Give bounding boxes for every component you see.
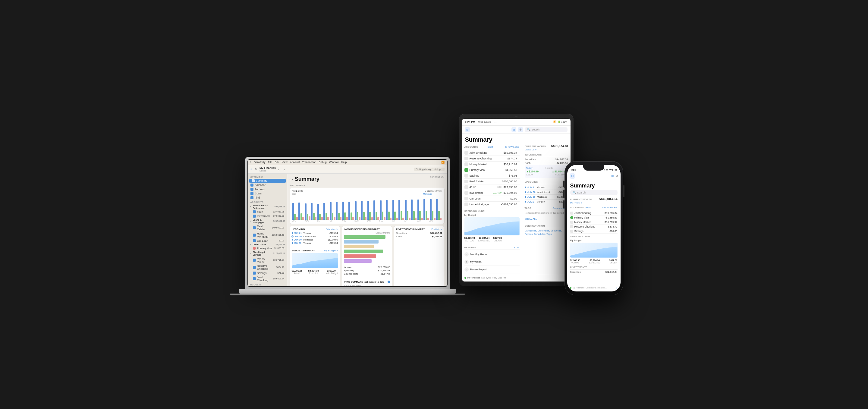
- config-link[interactable]: Categories, Currencies, Securities, Paye…: [525, 229, 562, 235]
- upcoming-name-4: Verizon: [304, 242, 328, 245]
- iphone-accounts-edit[interactable]: EDIT: [586, 206, 591, 209]
- iphone-acc-joint[interactable]: Joint Checking $89,805.34: [570, 211, 618, 216]
- menu-edit[interactable]: Edit: [275, 161, 279, 164]
- sidebar-item-goals[interactable]: Goals: [248, 191, 287, 196]
- 401k-value: $27,958.85: [273, 210, 284, 213]
- sidebar-item-realestate[interactable]: Real Estate $400,000.00: [248, 224, 287, 231]
- menu-banktivity[interactable]: Banktivity: [254, 161, 266, 164]
- ipad-acc-401k[interactable]: 401K 0.00 $27,958.85 ›: [464, 185, 520, 190]
- menu-view[interactable]: View: [282, 161, 287, 164]
- battery-icon-iphone: ■: [615, 168, 617, 171]
- sidebar-item-investment[interactable]: Investment $70,629.33: [248, 214, 287, 218]
- iba-under: $397.39 UNDER: [609, 259, 617, 264]
- sidebar: Overview Summary Calendar: [248, 174, 287, 286]
- ipad-spending-month: JUNE: [478, 210, 484, 213]
- car-loan-icon: [253, 239, 256, 242]
- iphone-acc-visa[interactable]: Primary Visa -$1,855.59: [570, 216, 618, 220]
- ipad-settings-button[interactable]: ⚙: [518, 127, 523, 132]
- iphone-details-link[interactable]: DETAILS ∨: [570, 201, 618, 204]
- ipad-status-icons: 📶 🔋 100%: [553, 121, 567, 123]
- income-label: Income: [344, 266, 352, 269]
- ipad-accounts-title: ACCOUNTS: [464, 146, 478, 148]
- nav-back[interactable]: ‹: [278, 167, 279, 172]
- ipad-app-icon[interactable]: ⊟: [465, 127, 470, 132]
- sidebar-item-car-loan[interactable]: Car Loan $0.00: [248, 239, 287, 243]
- iphone-search-bar[interactable]: 🔍 Search: [570, 190, 618, 195]
- ipad-acc-home-mortgage[interactable]: Home Mortgage -$162,695.68 ›: [464, 202, 520, 207]
- portfolio-link[interactable]: Portfolio >: [431, 228, 442, 230]
- invest-sec-label: Securities: [525, 158, 536, 161]
- sidebar-item-savings[interactable]: Savings $76.03: [248, 271, 287, 275]
- group-loans[interactable]: ▼ Loans & Mortgages $237,304.32: [248, 218, 287, 224]
- calendar-icon: [250, 184, 253, 187]
- iphone-acc-money-market[interactable]: Money Market $36,715.97: [570, 220, 618, 224]
- iphone-settings-button[interactable]: ⚙: [615, 174, 618, 178]
- sidebar-item-home-mortgage[interactable]: Home Mortgage -$162,695.68: [248, 231, 287, 239]
- menu-account[interactable]: Account: [290, 161, 300, 164]
- iphone-reserve-icon: [570, 225, 573, 228]
- ipad-report-payee[interactable]: ○ Payee Report ›: [464, 266, 520, 273]
- ipad-acc-savings[interactable]: Savings $76.03 ›: [464, 173, 520, 179]
- menu-help[interactable]: Help: [341, 161, 347, 164]
- iphone-details-chevron: ∨: [581, 201, 582, 204]
- sidebar-item-portfolio[interactable]: Portfolio: [248, 187, 287, 191]
- upcoming-dot-1: [291, 232, 293, 234]
- ipad-acc-primary-visa[interactable]: Primary Visa -$1,855.59 ›: [464, 167, 520, 173]
- ipad-search-bar[interactable]: 🔍 Search: [525, 127, 567, 132]
- ipad-sync-time: Last sync: Today, 2:16 PM: [481, 277, 506, 279]
- invest-cash-value: $4,095.56: [432, 235, 442, 238]
- menu-debug[interactable]: Debug: [318, 161, 327, 164]
- ipad-tags-show-all[interactable]: SHOW ALL: [525, 218, 537, 220]
- chevron-right-icon-3: ›: [519, 163, 520, 165]
- ipad-details-link[interactable]: DETAILS ∨: [525, 148, 568, 151]
- iphone-add-button[interactable]: ⊞: [611, 174, 614, 178]
- sidebar-item-money-market[interactable]: Money Market $36,715.97: [248, 256, 287, 264]
- ipad-acc-money-market[interactable]: Money Market $36,715.97 ›: [464, 162, 520, 167]
- ipad-report-my-worth[interactable]: ○ My Worth ›: [464, 258, 520, 266]
- sidebar-item-reserve-checking[interactable]: Reserve Checking $874.77: [248, 264, 287, 271]
- group-cs-label: Checking & Savings: [253, 251, 272, 256]
- ipad-budget-chart: [464, 217, 520, 235]
- ipad-accounts-edit[interactable]: EDIT: [488, 146, 493, 148]
- sidebar-item-summary[interactable]: Summary: [249, 179, 286, 183]
- add-button[interactable]: +: [250, 167, 252, 171]
- budget-link[interactable]: My Budget >: [324, 249, 338, 252]
- menu-file[interactable]: File: [268, 161, 273, 164]
- ipad-acc-investment[interactable]: Investment ▲274.99 $70,694.09 ›: [464, 190, 520, 196]
- ipad-acc-reserve-checking[interactable]: Reserve Checking $874.77 ›: [464, 156, 520, 162]
- iphone-add-button-sync[interactable]: +: [615, 285, 618, 290]
- sidebar-item-calendar[interactable]: Calendar: [248, 183, 287, 187]
- group-credit-cards[interactable]: ▼ Credit Cards -$1,855.59: [248, 243, 287, 246]
- content-nav-back[interactable]: ‹ ›: [290, 177, 293, 182]
- iup-dot-4: [525, 201, 526, 202]
- ipad-accounts-show[interactable]: SHOW LESS: [505, 146, 520, 148]
- menu-window[interactable]: Window: [329, 161, 339, 164]
- chart-summary-label: SUMMARY: [432, 190, 442, 192]
- sidebar-item-joint-checking[interactable]: Joint Checking $89,805.34: [248, 275, 287, 282]
- iphone-accounts-show-more[interactable]: SHOW MORE: [602, 206, 617, 209]
- ipad-acc-real-estate[interactable]: Real Estate $400,000.00 ›: [464, 179, 520, 185]
- group-investments[interactable]: ▼ Investments & Retirement $98,588.18: [248, 204, 287, 210]
- iphone-app-icon[interactable]: ⊟: [569, 173, 575, 179]
- iphone-acc-savings[interactable]: Savings $76.03: [570, 229, 618, 233]
- nav-forward[interactable]: ›: [284, 167, 285, 172]
- group-checking-savings[interactable]: ▼ Checking & Savings $127,472.11: [248, 250, 287, 256]
- schedule-link[interactable]: Schedule >: [326, 228, 338, 230]
- sidebar-item-find[interactable]: Find: [248, 196, 287, 200]
- ipad-invest-title: INVESTMENTS: [525, 153, 542, 156]
- iup-name-1: Verizon: [537, 186, 557, 189]
- ipad-reports-edit[interactable]: EDIT: [514, 246, 519, 249]
- upcoming-item-1: JUN 01 Verizon -$209.34: [292, 232, 338, 234]
- ipad-accounts-header: ACCOUNTS EDIT SHOW LESS: [464, 145, 520, 149]
- 401k-icon: [253, 210, 256, 213]
- ipad-acc-car-loan[interactable]: Car Loan $0.00 ›: [464, 196, 520, 202]
- iphone-acc-reserve[interactable]: Reserve Checking $874.77: [570, 224, 618, 229]
- ipad-add-button[interactable]: ⊞: [512, 127, 516, 132]
- refresh-button[interactable]: ↻: [255, 167, 257, 171]
- sidebar-find-label: Find: [255, 196, 260, 199]
- ipad-report-monthly[interactable]: ○ Monthly Report ›: [464, 251, 520, 258]
- ipad-acc-joint-checking[interactable]: Joint Checking $89,805.34 ›: [464, 150, 520, 156]
- sidebar-item-401k[interactable]: 401K $27,958.85: [248, 210, 287, 214]
- menu-transaction[interactable]: Transaction: [302, 161, 316, 164]
- sidebar-item-primary-visa[interactable]: Primary Visa -$1,855.59: [248, 246, 287, 250]
